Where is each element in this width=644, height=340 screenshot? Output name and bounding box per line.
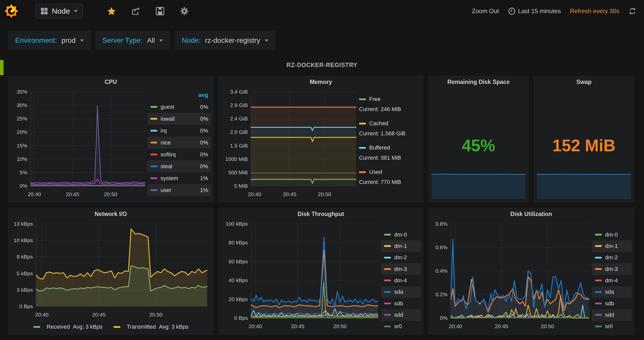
svg-text:20:50: 20:50 [149, 312, 163, 317]
memory-chart[interactable]: 0 MiB500 MiB1000 MiB1.5 GiB2.0 GiB2.4 Gi… [221, 88, 359, 200]
caret-down-icon [265, 39, 268, 42]
legend-item-sda[interactable]: sda [592, 286, 632, 298]
legend-item-sdb[interactable]: sdb [592, 298, 632, 309]
legend-item-softirq[interactable]: softirq 0% [147, 148, 211, 160]
legend-item-sda[interactable]: sda [381, 286, 421, 298]
series-color-swatch [595, 326, 602, 327]
panel-disk-utilization: Disk Utilization 0%0.2%0.4%0.6%0.8%20:40… [428, 208, 634, 334]
singlestat-sparkline [431, 172, 526, 200]
top-navigation-bar: Node [0, 0, 644, 22]
legend-item-dm-3[interactable]: dm-3 [381, 263, 421, 275]
time-range-picker[interactable]: Last 15 minutes [508, 7, 561, 15]
legend-item-dm-3[interactable]: dm-3 [592, 263, 632, 275]
series-color-swatch [595, 257, 602, 259]
legend-item-sdd[interactable]: sdd [592, 309, 632, 321]
variable-value: prod [61, 36, 76, 45]
variable-dropdown-1[interactable]: Server Type: All [95, 31, 170, 50]
legend-item-dm-1[interactable]: dm-1 [592, 240, 632, 252]
legend-item-Received[interactable]: Received Avg: 3 kBps [33, 324, 102, 330]
series-color-swatch [150, 130, 157, 132]
share-button[interactable] [131, 7, 140, 15]
legend-item-Free[interactable]: Free Current: 246 MiB [359, 96, 421, 113]
legend-item-irq[interactable]: irq 0% [147, 125, 211, 137]
legend-item-nice[interactable]: nice 0% [147, 137, 211, 148]
svg-text:20:40: 20:40 [28, 191, 41, 197]
legend-item-system[interactable]: system 1% [147, 172, 211, 184]
series-color-swatch [595, 268, 602, 270]
series-color-swatch [114, 326, 120, 328]
refresh-button[interactable] [628, 7, 636, 15]
legend-item-steal[interactable]: steal 0% [147, 160, 211, 172]
cpu-chart[interactable]: 0%5%10%15%20%25%30%35%20:4020:4520:50 [11, 88, 147, 200]
star-button[interactable] [107, 7, 116, 15]
dashboard-picker-button[interactable]: Node [35, 4, 83, 18]
panel-title[interactable]: Network I/O [8, 208, 213, 219]
save-button[interactable] [156, 7, 164, 15]
disk-utilization-legend: dm-0 dm-1 dm-2 dm-3 dm-4 [592, 220, 632, 332]
legend-item-dm-0[interactable]: dm-0 [592, 229, 632, 240]
settings-gear-icon[interactable] [180, 7, 189, 15]
panel-title[interactable]: Swap [534, 76, 634, 87]
legend-item-dm-0[interactable]: dm-0 [381, 229, 421, 240]
series-color-swatch [384, 234, 391, 236]
svg-text:5 kBps: 5 kBps [17, 270, 33, 276]
legend-item-Buffered[interactable]: Buffered Current: 381 MiB [359, 144, 421, 161]
series-color-swatch [595, 234, 602, 236]
panel-title[interactable]: CPU [8, 76, 213, 87]
legend-item-dm-4[interactable]: dm-4 [381, 275, 421, 286]
legend-item-iowait[interactable]: iowait 0% [147, 113, 211, 125]
legend-item-user[interactable]: user 1% [147, 184, 211, 196]
series-color-swatch [33, 326, 40, 328]
singlestat-value: 45% [429, 136, 528, 155]
legend-item-sdb[interactable]: sdb [381, 298, 421, 309]
template-variables-row: Environment: prod Server Type: All Node:… [8, 31, 275, 50]
svg-text:20:50: 20:50 [318, 191, 331, 197]
grafana-logo[interactable] [4, 3, 19, 19]
variable-dropdown-2[interactable]: Node: rz-docker-registry [174, 31, 275, 50]
legend-item-sdd[interactable]: sdd [381, 309, 421, 321]
panel-title[interactable]: Disk Throughput [219, 208, 423, 219]
legend-item-dm-1[interactable]: dm-1 [381, 240, 421, 252]
legend-item-dm-2[interactable]: dm-2 [592, 252, 632, 263]
panel-title[interactable]: Remaining Disk Space [429, 76, 528, 87]
panel-title[interactable]: Memory [219, 76, 423, 87]
svg-text:100 kBps: 100 kBps [226, 221, 248, 227]
svg-text:5%: 5% [20, 169, 27, 175]
panel-title[interactable]: Disk Utilization [429, 208, 634, 219]
panel-network-io: Network I/O 0 Bps3 kBps5 kBps8 kBps10 kB… [8, 208, 213, 334]
svg-text:0.4%: 0.4% [435, 268, 448, 274]
legend-item-sr0[interactable]: sr0 [592, 321, 632, 332]
legend-item-Cached[interactable]: Cached Current: 1.568 GiB [359, 120, 421, 137]
series-color-swatch [384, 268, 391, 270]
series-color-swatch [150, 118, 157, 120]
svg-text:20%: 20% [17, 129, 27, 135]
series-color-swatch [359, 147, 366, 149]
refresh-interval-picker[interactable]: Refresh every 30s [570, 8, 619, 15]
disk-utilization-chart[interactable]: 0%0.2%0.4%0.6%0.8%20:4020:4520:50 [431, 220, 592, 332]
panel-memory: Memory 0 MiB500 MiB1000 MiB1.5 GiB2.0 Gi… [218, 76, 423, 202]
legend-item-sr0[interactable]: sr0 [381, 321, 421, 332]
variable-value: rz-docker-registry [205, 36, 260, 45]
legend-item-guest[interactable]: guest 0% [147, 101, 211, 113]
legend-item-Used[interactable]: Used Current: 770 MiB [359, 169, 421, 185]
zoom-out-button[interactable]: Zoom Out [472, 8, 499, 15]
variable-dropdown-0[interactable]: Environment: prod [8, 31, 91, 50]
row-title[interactable]: RZ-DOCKER-REGISTRY [0, 62, 644, 69]
network-legend: Received Avg: 3 kBps Transmitted Avg: 3 … [11, 322, 211, 332]
svg-text:20:40: 20:40 [449, 323, 462, 329]
panel-cpu: CPU 0%5%10%15%20%25%30%35%20:4020:4520:5… [8, 76, 213, 202]
svg-text:0.6%: 0.6% [435, 244, 448, 250]
svg-text:1.5 GiB: 1.5 GiB [230, 143, 248, 148]
series-color-swatch [384, 303, 391, 304]
series-color-swatch [384, 280, 391, 281]
network-chart[interactable]: 0 Bps3 kBps5 kBps8 kBps10 kBps13 kBps20:… [11, 220, 211, 322]
svg-text:0 Bps: 0 Bps [234, 315, 248, 321]
caret-down-icon [80, 39, 84, 42]
series-color-swatch [384, 245, 391, 247]
svg-text:20:45: 20:45 [66, 191, 79, 197]
legend-item-dm-2[interactable]: dm-2 [381, 252, 421, 263]
series-color-swatch [595, 245, 602, 247]
legend-item-Transmitted[interactable]: Transmitted Avg: 3 kBps [114, 324, 188, 330]
disk-throughput-chart[interactable]: 0 Bps20 kBps40 kBps60 kBps80 kBps100 kBp… [221, 220, 381, 332]
legend-item-dm-4[interactable]: dm-4 [592, 275, 632, 286]
